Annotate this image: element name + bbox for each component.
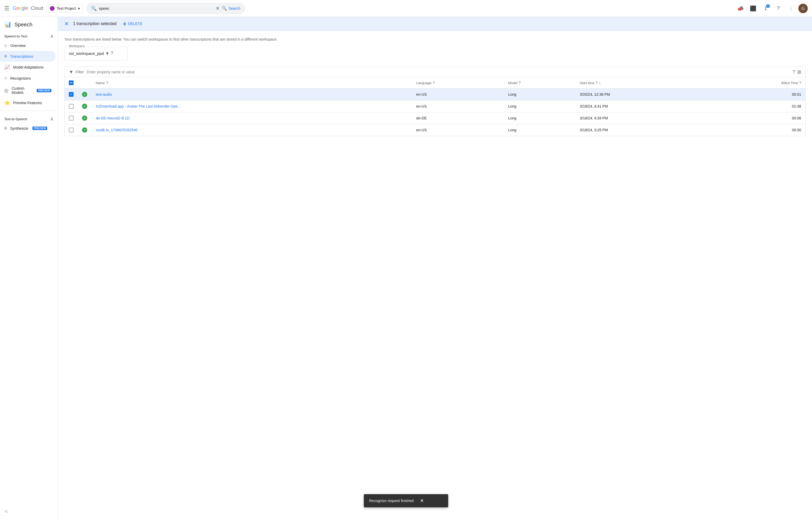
model-help-icon[interactable]: ? [519, 81, 521, 85]
snackbar-close-button[interactable]: ✕ [420, 498, 424, 504]
row-3-name-cell: ssstik.io_1706625262540 [91, 124, 412, 136]
workspace-value: sst_workspace_ppd [69, 51, 104, 56]
row-1-language: en-US [412, 101, 504, 112]
row-3-status-dot [82, 127, 87, 133]
google-cloud-logo: Google Cloud [12, 5, 43, 11]
sidebar: 📊 Speech Speech-to-Text ∧ ⌂ Overview ≡ T… [0, 17, 58, 520]
top-nav: ☰ Google Cloud Test Project ▾ 🔍 ✕ 🔍 Sear… [0, 0, 812, 17]
menu-icon[interactable]: ☰ [4, 5, 9, 12]
main-content: ✕ 1 transcription selected 🗑 DELETE Your… [58, 17, 812, 520]
sidebar-item-preview-features[interactable]: ⭐ Preview Features [0, 97, 56, 108]
filter-icon: ▼ [69, 69, 74, 75]
custom-models-label: Custom Models [11, 86, 32, 95]
snackbar-message: Recognize request finished [369, 499, 414, 503]
filter-label: Filter [76, 70, 84, 74]
name-help-icon[interactable]: ? [106, 81, 108, 85]
table-header-row: Name ? Language ? Model [64, 77, 806, 88]
custom-models-preview-badge: PREVIEW [37, 89, 51, 92]
nav-icons: 📣 ⬛ 1 1 ? ⋮ G [735, 3, 808, 14]
filter-input[interactable] [87, 70, 792, 74]
table-help-icon[interactable]: ? [792, 69, 795, 75]
user-avatar[interactable]: G [798, 4, 808, 13]
workspace-label: Workspace [68, 44, 86, 48]
row-0-billed-time: 00:01 [708, 88, 805, 101]
search-clear-icon[interactable]: ✕ [216, 5, 220, 11]
delete-label: DELETE [128, 22, 142, 26]
app-body: 📊 Speech Speech-to-Text ∧ ⌂ Overview ≡ T… [0, 17, 812, 520]
row-0-checkbox-cell [64, 88, 78, 101]
row-1-name-link[interactable]: X2Download.app - Avatar The Last Airbend… [96, 104, 181, 108]
project-chevron: ▾ [78, 6, 80, 10]
custom-models-icon: ◎ [4, 87, 8, 93]
selection-bar: ✕ 1 transcription selected 🗑 DELETE [58, 17, 812, 31]
table-row: test-audioen-USLong3/20/24, 12:36 PM00:0… [64, 88, 806, 101]
deselect-icon[interactable]: ✕ [64, 21, 69, 27]
project-selector[interactable]: Test Project ▾ [46, 4, 83, 12]
sidebar-item-synthesize[interactable]: ≡ Synthesize PREVIEW [0, 123, 56, 134]
row-0-status-dot [82, 92, 87, 97]
sort-descending-icon[interactable]: ↓ [599, 80, 601, 85]
row-1-checkbox[interactable] [69, 104, 74, 109]
row-2-name-cell: de-DE-Neural2-B (2) [91, 112, 412, 124]
announcement-button[interactable]: 📣 [735, 3, 746, 14]
help-button[interactable]: ? [773, 3, 784, 14]
sidebar-item-overview[interactable]: ⌂ Overview [0, 40, 56, 51]
row-2-model: Long [504, 112, 575, 124]
th-checkbox [64, 77, 78, 88]
sidebar-item-model-adaptations[interactable]: 📈 Model Adaptations [0, 62, 56, 73]
language-help-icon[interactable]: ? [433, 81, 435, 85]
snackbar: Recognize request finished ✕ [364, 494, 448, 508]
recognizers-label: Recognizers [10, 76, 31, 80]
home-icon: ⌂ [4, 43, 7, 48]
sidebar-item-custom-models[interactable]: ◎ Custom Models PREVIEW [0, 84, 56, 97]
transcriptions-icon: ≡ [4, 54, 7, 59]
row-3-name-link[interactable]: ssstik.io_1706625262540 [96, 128, 138, 132]
row-0-start-time: 3/20/24, 12:36 PM [575, 88, 708, 101]
stt-section-label: Speech-to-Text ∧ [0, 30, 58, 40]
stt-chevron[interactable]: ∧ [50, 33, 54, 39]
row-0-checkbox[interactable] [69, 92, 74, 97]
project-dot [50, 6, 55, 11]
row-1-name-cell: X2Download.app - Avatar The Last Airbend… [91, 101, 412, 112]
more-options-button[interactable]: ⋮ [786, 3, 796, 14]
row-2-name-link[interactable]: de-DE-Neural2-B (2) [96, 116, 130, 120]
row-2-checkbox-cell [64, 112, 78, 124]
collapse-sidebar-button[interactable]: ◁ [0, 506, 58, 516]
model-adaptations-label: Model Adaptations [13, 65, 44, 69]
start-time-help-icon[interactable]: ? [596, 81, 598, 85]
row-1-start-time: 3/18/24, 4:41 PM [575, 101, 708, 112]
sidebar-item-transcriptions[interactable]: ≡ Transcriptions [0, 51, 56, 62]
search-bar: 🔍 ✕ 🔍 Search [86, 3, 245, 14]
th-name: Name ? [91, 77, 412, 88]
app-title: Speech [15, 22, 32, 28]
workspace-dropdown-icon[interactable]: ▾ [106, 50, 109, 56]
delete-icon: 🗑 [123, 22, 127, 26]
tts-chevron[interactable]: ∧ [50, 116, 54, 122]
sidebar-divider [0, 110, 58, 111]
app-header: 📊 Speech [0, 17, 58, 30]
table-toolbar: ▼ Filter ? ⊞ [64, 67, 806, 77]
th-model: Model ? [504, 77, 575, 88]
table-columns-icon[interactable]: ⊞ [797, 69, 801, 75]
search-input[interactable] [99, 6, 214, 10]
row-0-name-link[interactable]: test-audio [96, 92, 112, 97]
terminal-button[interactable]: ⬛ [748, 3, 758, 14]
row-3-checkbox-cell [64, 124, 78, 136]
preview-features-icon: ⭐ [4, 100, 10, 106]
workspace-help-icon[interactable]: ? [111, 51, 113, 56]
sidebar-item-recognizers[interactable]: ○ Recognizers [0, 73, 56, 84]
billed-time-help-icon[interactable]: ? [799, 81, 801, 85]
row-0-language: en-US [412, 88, 504, 101]
row-3-checkbox[interactable] [69, 128, 74, 132]
transcriptions-table: Name ? Language ? Model [64, 77, 806, 136]
table-row: ssstik.io_1706625262540en-USLong3/18/24,… [64, 124, 806, 136]
row-3-start-time: 3/18/24, 3:25 PM [575, 124, 708, 136]
transcriptions-label: Transcriptions [10, 54, 33, 58]
th-status [78, 77, 91, 88]
select-all-checkbox[interactable] [69, 80, 74, 85]
delete-button[interactable]: 🗑 DELETE [123, 22, 142, 26]
row-2-checkbox[interactable] [69, 116, 74, 121]
search-button[interactable]: 🔍 Search [222, 6, 240, 11]
row-2-start-time: 3/18/24, 4:39 PM [575, 112, 708, 124]
collapse-icon: ◁ [4, 509, 7, 513]
